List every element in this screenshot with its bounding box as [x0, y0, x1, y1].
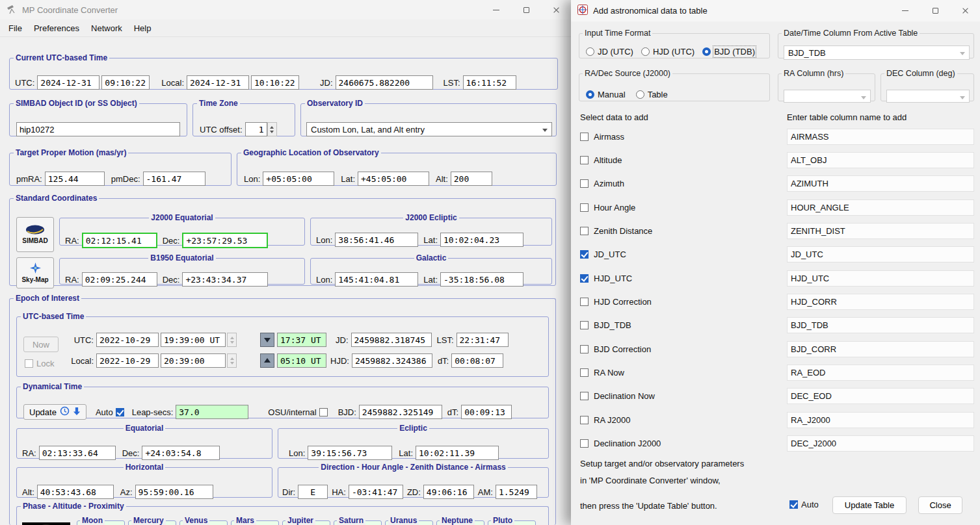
- eod-ecl-lon-field[interactable]: [308, 446, 392, 460]
- eod-ra-field[interactable]: [39, 446, 116, 460]
- dec-column-select[interactable]: [886, 90, 970, 103]
- data-row-column-input[interactable]: [787, 223, 974, 239]
- sunrise-button[interactable]: [260, 353, 274, 368]
- dyn-dt-field[interactable]: [461, 405, 512, 419]
- pmdec-field[interactable]: [143, 172, 205, 186]
- dialog-maximize-button[interactable]: [920, 0, 950, 21]
- epoch-lst-field[interactable]: [457, 333, 509, 347]
- data-row-column-input[interactable]: [787, 365, 974, 381]
- dir-field[interactable]: [298, 485, 328, 499]
- data-row-column-input[interactable]: [787, 435, 974, 452]
- dialog-close-button[interactable]: Close: [918, 496, 962, 514]
- epoch-utc-spinner[interactable]: [227, 333, 237, 347]
- sunrise-time-field[interactable]: [277, 353, 326, 368]
- menu-file[interactable]: File: [3, 21, 28, 36]
- data-row-column-input[interactable]: [787, 294, 974, 310]
- menu-network[interactable]: Network: [85, 21, 128, 36]
- data-row-checkbox[interactable]: [580, 156, 589, 164]
- pmra-field[interactable]: [45, 172, 105, 186]
- ha-field[interactable]: [349, 485, 403, 499]
- data-row-checkbox[interactable]: [580, 250, 589, 259]
- am-field[interactable]: [496, 485, 537, 499]
- dialog-minimize-button[interactable]: [890, 0, 920, 21]
- data-row-checkbox[interactable]: [580, 368, 589, 377]
- data-row-checkbox[interactable]: [580, 179, 589, 188]
- bjd-tdb-radio[interactable]: [702, 47, 711, 56]
- data-row-checkbox[interactable]: [580, 133, 589, 141]
- ecliptic-lat-field[interactable]: [440, 233, 523, 247]
- local-time-field[interactable]: [251, 75, 299, 90]
- table-radio[interactable]: [636, 90, 644, 99]
- data-row-checkbox[interactable]: [580, 345, 589, 353]
- maximize-button[interactable]: [511, 0, 541, 19]
- data-row-column-input[interactable]: [787, 152, 974, 168]
- data-row-column-input[interactable]: [787, 341, 974, 357]
- geo-lat-field[interactable]: [358, 172, 429, 186]
- galactic-lon-field[interactable]: [335, 272, 418, 287]
- ecliptic-lon-field[interactable]: [335, 233, 418, 247]
- auto-update-checkbox[interactable]: [789, 500, 798, 509]
- data-row-checkbox[interactable]: [580, 321, 589, 329]
- eod-dec-field[interactable]: [142, 446, 220, 460]
- eod-ecl-lat-field[interactable]: [416, 446, 499, 460]
- epoch-local-spinner[interactable]: [227, 353, 237, 368]
- now-button[interactable]: Now: [23, 337, 59, 352]
- data-row-column-input[interactable]: [787, 129, 974, 145]
- epoch-local-date-field[interactable]: [96, 353, 159, 368]
- utc-date-field[interactable]: [37, 75, 99, 90]
- lst-field[interactable]: [463, 75, 516, 90]
- bjd-field[interactable]: [359, 405, 442, 419]
- leap-secs-field[interactable]: [176, 405, 248, 419]
- zd-field[interactable]: [423, 485, 474, 499]
- sunset-button[interactable]: [260, 333, 274, 347]
- jd-field[interactable]: [336, 75, 433, 90]
- simbad-button[interactable]: SIMBAD: [16, 217, 54, 252]
- j2000-ra-field[interactable]: [82, 233, 157, 248]
- update-table-button[interactable]: Update Table: [832, 496, 907, 514]
- lock-checkbox[interactable]: [25, 359, 33, 368]
- manual-radio[interactable]: [586, 90, 594, 99]
- epoch-local-time-field[interactable]: [161, 353, 226, 368]
- epoch-jd-field[interactable]: [351, 333, 432, 347]
- geo-alt-field[interactable]: [451, 172, 492, 186]
- data-row-column-input[interactable]: [787, 199, 974, 216]
- b1950-ra-field[interactable]: [82, 272, 157, 287]
- auto-leap-checkbox[interactable]: [116, 408, 124, 416]
- utc-offset-spinner[interactable]: [267, 122, 277, 136]
- data-row-column-input[interactable]: [787, 270, 974, 287]
- data-row-checkbox[interactable]: [580, 298, 589, 306]
- update-button[interactable]: Update: [23, 404, 86, 420]
- data-row-column-input[interactable]: [787, 412, 974, 428]
- geo-lon-field[interactable]: [263, 172, 334, 186]
- menu-preferences[interactable]: Preferences: [28, 21, 85, 36]
- utc-offset-field[interactable]: [245, 122, 267, 136]
- data-row-checkbox[interactable]: [580, 392, 589, 400]
- data-row-checkbox[interactable]: [580, 227, 589, 235]
- datetime-column-select[interactable]: BJD_TDB: [784, 45, 970, 60]
- hjd-utc-radio[interactable]: [641, 47, 650, 56]
- minimize-button[interactable]: [481, 0, 511, 19]
- utc-time-field[interactable]: [101, 75, 150, 90]
- local-date-field[interactable]: [187, 75, 249, 90]
- epoch-hjd-field[interactable]: [352, 353, 432, 368]
- data-row-column-input[interactable]: [787, 317, 974, 333]
- b1950-dec-field[interactable]: [182, 272, 268, 287]
- skymap-button[interactable]: Sky-Map: [16, 257, 54, 288]
- jd-utc-radio[interactable]: [586, 47, 594, 56]
- dialog-close-icon-button[interactable]: [950, 0, 980, 21]
- data-row-column-input[interactable]: [787, 246, 974, 262]
- data-row-checkbox[interactable]: [580, 274, 589, 283]
- sunset-time-field[interactable]: [277, 333, 326, 347]
- close-button[interactable]: [541, 0, 571, 19]
- osu-internal-checkbox[interactable]: [319, 408, 328, 416]
- epoch-dt-field[interactable]: [451, 353, 503, 368]
- object-id-input[interactable]: [16, 122, 180, 136]
- data-row-checkbox[interactable]: [580, 439, 589, 448]
- data-row-column-input[interactable]: [787, 388, 974, 404]
- data-row-checkbox[interactable]: [580, 416, 589, 424]
- data-row-checkbox[interactable]: [580, 203, 589, 212]
- ra-column-select[interactable]: [784, 90, 871, 103]
- epoch-utc-time-field[interactable]: [161, 333, 226, 347]
- j2000-dec-field[interactable]: [182, 233, 268, 248]
- data-row-column-input[interactable]: [787, 175, 974, 192]
